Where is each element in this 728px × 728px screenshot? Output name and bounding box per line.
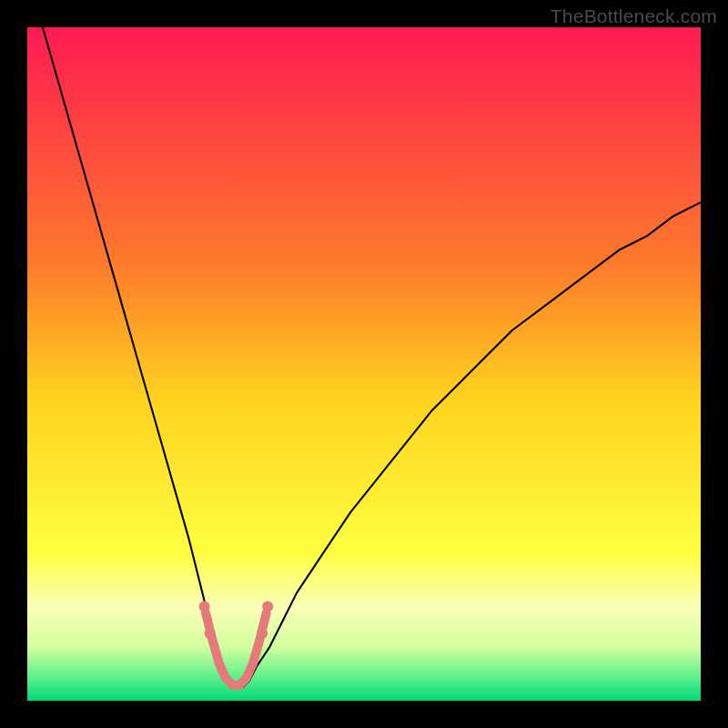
marker-right-lower xyxy=(257,628,268,639)
plot-area xyxy=(27,27,701,701)
chart-svg xyxy=(27,27,701,701)
marker-left-lower xyxy=(205,628,216,639)
marker-left-upper xyxy=(199,601,210,612)
marker-right-upper xyxy=(262,601,273,612)
outer-frame: TheBottleneck.com xyxy=(0,0,728,728)
gradient-background xyxy=(27,27,701,701)
watermark-text: TheBottleneck.com xyxy=(551,5,717,27)
